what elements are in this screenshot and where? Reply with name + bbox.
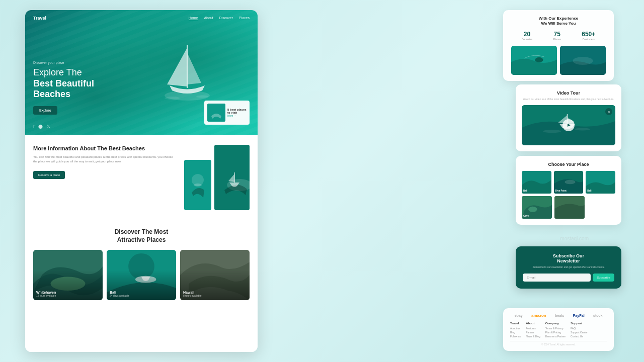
hero-title: Explore The Best Beautiful Beaches xyxy=(33,67,94,100)
newsletter-title: Subscribe Our Newsletter xyxy=(523,253,614,263)
nav-brand: Travel xyxy=(33,16,46,21)
svg-point-18 xyxy=(535,57,543,62)
sailboat-icon xyxy=(147,30,227,111)
watermark-text: mostaqi.com xyxy=(560,236,589,241)
video-tour-description: Watch our video tour of the most beautif… xyxy=(522,98,615,101)
place-grid-bottom: Cove xyxy=(522,196,585,219)
social-icons: f ⬤ 𝕏 xyxy=(33,124,50,129)
choose-place-card: Choose Your Place Bali xyxy=(516,156,621,225)
footer-col-title-support: Support xyxy=(571,322,588,325)
video-tour-title: Video Tour xyxy=(522,90,615,96)
footer-logos: ebay amazon beats PayPal stock xyxy=(510,313,607,318)
svg-point-3 xyxy=(196,96,208,98)
nav-link-discover[interactable]: Discover xyxy=(219,16,233,20)
card-info-2: Bali 24 days available xyxy=(110,291,129,297)
footer-col-item-follow: Follow us xyxy=(510,334,521,338)
info-images xyxy=(184,145,250,210)
logo-amazon: amazon xyxy=(531,313,546,318)
place-item-3[interactable]: Bali xyxy=(586,171,615,194)
stats-images xyxy=(511,46,606,75)
card-info-3: Hawaii 8 tours available xyxy=(183,291,201,297)
card-name-1: Whitehaven xyxy=(36,291,56,294)
info-image-1 xyxy=(184,160,211,210)
stat-label-customers: Customers xyxy=(582,38,595,41)
place-item-4[interactable]: Cove xyxy=(522,196,552,219)
svg-point-20 xyxy=(573,57,593,65)
close-video-button[interactable]: × xyxy=(605,108,612,115)
footer-col-item-plans: Plan & Pricing xyxy=(545,330,566,334)
footer-col-title-company: Company xyxy=(545,322,566,325)
svg-point-2 xyxy=(165,97,180,100)
logo-stock: stock xyxy=(593,314,602,317)
footer-col-about: About Features Partner News & Blog xyxy=(526,322,540,338)
discover-cards: Whitehaven 12 tours available xyxy=(33,250,250,300)
footer-col-item-contact: Contact Us xyxy=(571,334,588,338)
footer-col-title-about: About xyxy=(526,322,540,325)
place-label-3: Bali xyxy=(587,190,591,192)
card-info-1: Whitehaven 12 tours available xyxy=(36,291,56,297)
card-sub-1: 12 tours available xyxy=(36,294,56,297)
video-thumbnail[interactable]: × xyxy=(522,105,615,145)
footer-col-item-news: News & Blog xyxy=(526,334,540,338)
footer-col-item-about: About us xyxy=(510,326,521,330)
place-item-5[interactable] xyxy=(554,196,585,219)
svg-marker-25 xyxy=(568,124,571,127)
discover-title: Discover The Most Attractive Places xyxy=(33,228,250,244)
footer-copyright: © 2024 Travel. All rights reserved. xyxy=(510,341,607,346)
svg-point-7 xyxy=(194,184,202,187)
small-card-text: 5 best places to visit More → xyxy=(227,108,247,117)
stat-customers: 650+ Customers xyxy=(582,31,595,41)
stats-image-1 xyxy=(511,46,557,75)
nav-link-home[interactable]: Home xyxy=(189,16,198,20)
svg-point-31 xyxy=(528,207,537,212)
watermark: mostaqi.com xyxy=(560,236,589,241)
stat-number-places: 75 xyxy=(553,31,561,38)
newsletter-subscribe-button[interactable]: Subscribe xyxy=(593,274,614,282)
stat-countries: 20 Countries xyxy=(522,31,532,41)
footer-col-company: Company Terms & Privacy Plan & Pricing B… xyxy=(545,322,566,338)
newsletter-description: Subscribe to our newsletter and get spec… xyxy=(523,265,614,268)
reserve-button[interactable]: Reserve a place xyxy=(33,171,65,179)
stat-number-customers: 650+ xyxy=(582,31,595,38)
footer-col-support: Support FAQ Support Center Contact Us xyxy=(571,322,588,338)
newsletter-form: Subscribe xyxy=(523,274,614,282)
stat-places: 75 Places xyxy=(553,31,561,41)
discover-card-1[interactable]: Whitehaven 12 tours available xyxy=(33,250,103,300)
place-label-4: Cove xyxy=(523,215,529,217)
logo-paypal: PayPal xyxy=(573,314,585,317)
info-description: You can find the most beautiful and plea… xyxy=(33,155,176,164)
footer-col-item-features: Features xyxy=(526,326,540,330)
card-name-3: Hawaii xyxy=(183,291,201,294)
svg-point-28 xyxy=(565,180,575,185)
play-button[interactable] xyxy=(562,119,575,131)
info-section: More Information About The Best Beaches … xyxy=(25,135,258,220)
hero-title-line2: Best Beautiful xyxy=(33,78,94,88)
place-item-1[interactable]: Bali xyxy=(522,171,551,194)
footer-col-item-partner: Partner xyxy=(526,330,540,334)
footer-col-item-become: Become a Partner xyxy=(545,334,566,338)
instagram-icon[interactable]: ⬤ xyxy=(38,124,43,129)
logo-beats: beats xyxy=(555,314,564,317)
nav-link-places[interactable]: Places xyxy=(239,16,250,20)
info-title: More Information About The Best Beaches xyxy=(33,145,176,152)
discover-card-2[interactable]: Bali 24 days available xyxy=(107,250,176,300)
stats-row: 20 Countries 75 Places 650+ Customers xyxy=(511,31,606,41)
footer-col-item-faq: FAQ xyxy=(571,326,588,330)
footer-col-travel: Travel About us Blog Follow us xyxy=(510,322,521,338)
place-item-2[interactable]: Dive Point xyxy=(554,171,584,194)
discover-card-3[interactable]: Hawaii 8 tours available xyxy=(180,250,250,300)
newsletter-card: Subscribe Our Newsletter Subscribe to ou… xyxy=(516,246,621,289)
nav-link-about[interactable]: About xyxy=(204,16,213,20)
explore-button[interactable]: Explore xyxy=(33,106,57,115)
choose-place-title: Choose Your Place xyxy=(522,162,615,167)
twitter-icon[interactable]: 𝕏 xyxy=(47,124,50,129)
hero-title-line1: Explore The xyxy=(33,67,82,77)
facebook-icon[interactable]: f xyxy=(33,124,34,129)
footer-col-item-support-center: Support Center xyxy=(571,330,588,334)
logo-ebay: ebay xyxy=(515,314,523,317)
svg-rect-4 xyxy=(207,104,225,122)
newsletter-email-input[interactable] xyxy=(523,274,591,282)
small-card-link[interactable]: More → xyxy=(227,114,247,117)
small-card-title: 5 best places to visit xyxy=(227,108,247,114)
card-sub-3: 8 tours available xyxy=(183,294,201,297)
